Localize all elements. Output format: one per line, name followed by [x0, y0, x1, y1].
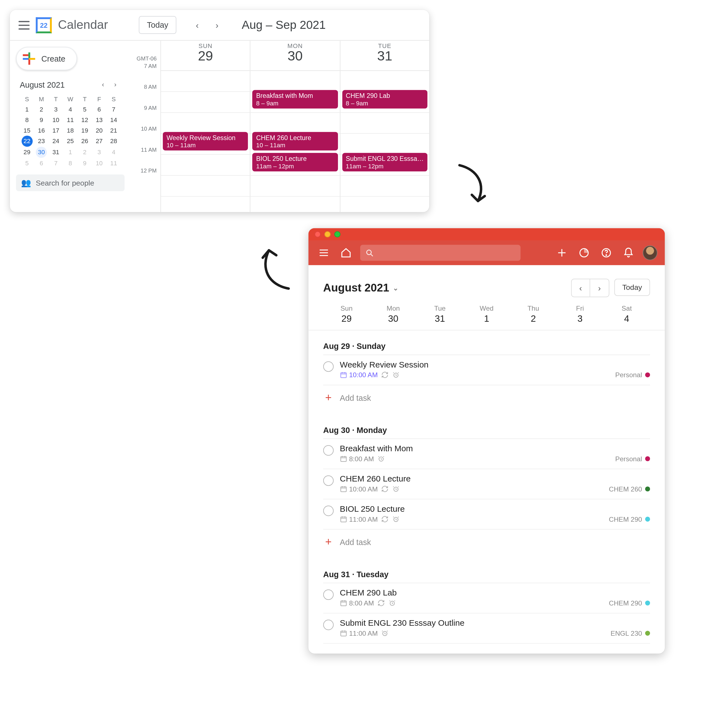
prev-week-button[interactable]: ‹	[572, 279, 591, 297]
window-close-button[interactable]	[315, 231, 321, 238]
task-row[interactable]: CHEM 260 Lecture 10:00 AM CHEM 260	[323, 469, 650, 500]
calendar-event[interactable]: CHEM 260 Lecture10 – 11am	[253, 132, 338, 151]
mini-next-button[interactable]: ›	[110, 79, 121, 90]
prev-period-button[interactable]: ‹	[189, 16, 206, 33]
task-project-tag[interactable]: CHEM 290	[609, 515, 650, 523]
mini-day[interactable]: 26	[77, 135, 92, 147]
calendar-event[interactable]: Submit ENGL 230 Esssay Outline11am – 12p…	[342, 153, 428, 172]
mini-day[interactable]: 7	[49, 158, 63, 169]
mini-day[interactable]: 2	[77, 147, 92, 158]
week-day[interactable]: Thu2	[510, 304, 556, 324]
mini-day[interactable]: 3	[49, 104, 63, 115]
add-task-button[interactable]: +Add task	[323, 530, 650, 559]
task-project-tag[interactable]: Personal	[615, 455, 650, 463]
mini-day[interactable]: 6	[92, 104, 107, 115]
next-period-button[interactable]: ›	[208, 16, 225, 33]
task-checkbox[interactable]	[323, 476, 334, 486]
week-day[interactable]: Wed1	[463, 304, 510, 324]
mini-day[interactable]: 9	[77, 158, 92, 169]
task-project-tag[interactable]: Personal	[615, 371, 650, 379]
task-checkbox[interactable]	[323, 590, 334, 600]
mini-day[interactable]: 11	[63, 115, 77, 125]
mini-day[interactable]: 16	[34, 125, 49, 135]
task-checkbox[interactable]	[323, 506, 334, 516]
task-checkbox[interactable]	[323, 620, 334, 630]
mini-day[interactable]: 2	[34, 104, 49, 115]
calendar-event[interactable]: BIOL 250 Lecture11am – 12pm	[253, 153, 338, 172]
task-project-tag[interactable]: CHEM 290	[609, 600, 650, 607]
task-row[interactable]: Submit ENGL 230 Esssay Outline 11:00 AM …	[323, 614, 650, 644]
mini-day[interactable]: 8	[20, 115, 34, 125]
mini-day[interactable]: 27	[92, 135, 107, 147]
week-day[interactable]: Sat4	[604, 304, 650, 324]
mini-day[interactable]: 3	[92, 147, 107, 158]
mini-day[interactable]: 15	[20, 125, 34, 135]
mini-day[interactable]: 10	[92, 158, 107, 169]
avatar[interactable]	[643, 245, 657, 260]
mini-day[interactable]: 20	[92, 125, 107, 135]
task-row[interactable]: CHEM 290 Lab 8:00 AM CHEM 290	[323, 583, 650, 614]
menu-icon[interactable]	[316, 245, 332, 261]
svg-rect-35	[341, 631, 346, 636]
week-day[interactable]: Mon30	[370, 304, 416, 324]
create-button[interactable]: Create	[16, 47, 77, 70]
mini-day[interactable]: 19	[77, 125, 92, 135]
mini-day[interactable]: 17	[49, 125, 63, 135]
mini-day[interactable]: 7	[107, 104, 121, 115]
mini-day[interactable]: 21	[107, 125, 121, 135]
calendar-event[interactable]: Breakfast with Mom8 – 9am	[253, 90, 338, 109]
task-row[interactable]: BIOL 250 Lecture 11:00 AM CHEM 290	[323, 500, 650, 530]
mini-day[interactable]: 14	[107, 115, 121, 125]
mini-day[interactable]: 4	[107, 147, 121, 158]
task-checkbox[interactable]	[323, 445, 334, 456]
mini-day[interactable]: 10	[49, 115, 63, 125]
mini-day[interactable]: 30	[36, 147, 47, 158]
home-icon[interactable]	[338, 245, 354, 261]
mini-day[interactable]: 29	[20, 147, 34, 158]
notifications-icon[interactable]	[620, 245, 637, 261]
window-zoom-button[interactable]	[334, 231, 341, 238]
mini-day[interactable]: 9	[34, 115, 49, 125]
search-input[interactable]	[360, 245, 520, 261]
task-row[interactable]: Weekly Review Session 10:00 AM Personal	[323, 355, 650, 385]
task-project-tag[interactable]: ENGL 230	[611, 630, 650, 637]
mini-day[interactable]: 31	[49, 147, 63, 158]
gcal-grid: GMT-06 7 AM8 AM9 AM10 AM11 AM12 PM SUN29…	[131, 41, 429, 212]
mini-day[interactable]: 1	[63, 147, 77, 158]
search-people-input[interactable]: 👥 Search for people	[16, 174, 124, 191]
calendar-event[interactable]: CHEM 290 Lab8 – 9am	[342, 90, 428, 109]
month-selector[interactable]: August 2021 ⌄	[323, 281, 399, 294]
mini-day[interactable]: 18	[63, 125, 77, 135]
mini-day[interactable]: 13	[92, 115, 107, 125]
mini-day[interactable]: 25	[63, 135, 77, 147]
task-row[interactable]: Breakfast with Mom 8:00 AM Personal	[323, 439, 650, 469]
today-button[interactable]: Today	[614, 279, 650, 296]
today-button[interactable]: Today	[139, 16, 176, 34]
next-week-button[interactable]: ›	[590, 279, 609, 297]
calendar-event[interactable]: Weekly Review Session10 – 11am	[163, 132, 248, 151]
task-project-tag[interactable]: CHEM 260	[609, 485, 650, 493]
week-day[interactable]: Fri3	[556, 304, 603, 324]
productivity-icon[interactable]	[576, 245, 592, 261]
mini-day[interactable]: 6	[34, 158, 49, 169]
task-checkbox[interactable]	[323, 362, 334, 372]
mini-day[interactable]: 22	[22, 135, 32, 147]
week-day[interactable]: Tue31	[416, 304, 463, 324]
mini-day[interactable]: 28	[107, 135, 121, 147]
mini-day[interactable]: 24	[49, 135, 63, 147]
mini-day[interactable]: 8	[63, 158, 77, 169]
add-task-icon[interactable]	[554, 245, 570, 261]
mini-day[interactable]: 5	[20, 158, 34, 169]
help-icon[interactable]	[598, 245, 614, 261]
mini-prev-button[interactable]: ‹	[97, 79, 108, 90]
mini-day[interactable]: 12	[77, 115, 92, 125]
mini-day[interactable]: 1	[20, 104, 34, 115]
window-minimize-button[interactable]	[324, 231, 331, 238]
mini-day[interactable]: 5	[77, 104, 92, 115]
menu-icon[interactable]	[19, 20, 30, 29]
mini-day[interactable]: 4	[63, 104, 77, 115]
mini-day[interactable]: 23	[34, 135, 49, 147]
add-task-button[interactable]: +Add task	[323, 385, 650, 414]
week-day[interactable]: Sun29	[323, 304, 370, 324]
mini-day[interactable]: 11	[107, 158, 121, 169]
